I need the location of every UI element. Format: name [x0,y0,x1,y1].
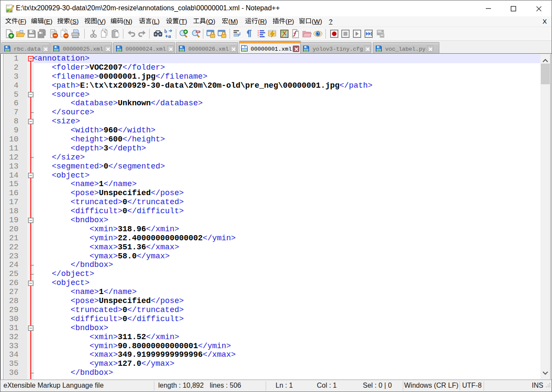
svg-text:a: a [168,33,171,39]
svg-text:b: b [164,29,167,34]
